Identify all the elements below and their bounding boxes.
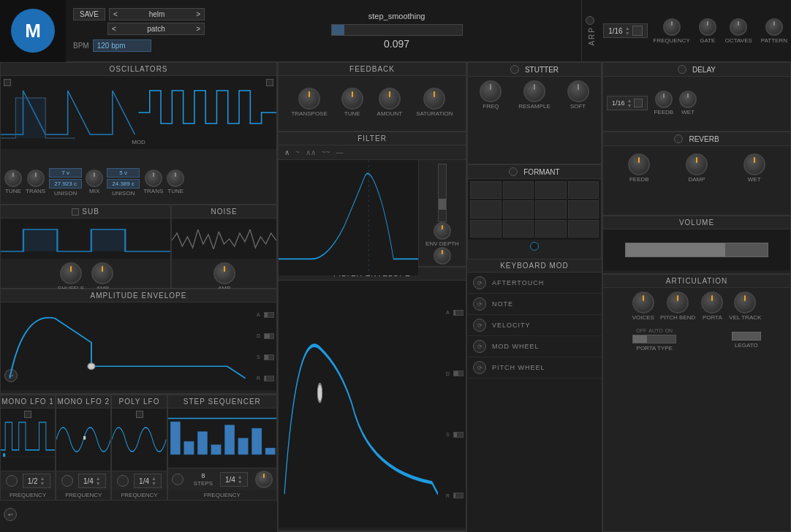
filter-type-hp[interactable]: ∧∧ (306, 148, 316, 156)
filter-type-lp[interactable]: ∧ (284, 148, 289, 156)
step-seq-knob[interactable] (255, 471, 273, 488)
feedback-transpose-knob[interactable] (298, 88, 320, 110)
lfo1-power[interactable] (6, 475, 18, 487)
reverb-feedb-knob[interactable] (628, 153, 650, 175)
svg-rect-4 (170, 422, 181, 455)
poly-lfo-checkbox[interactable] (136, 411, 143, 418)
arp-freq-display[interactable]: 1/16 ▲▼ (603, 23, 647, 38)
lfo2-power[interactable] (61, 475, 73, 487)
legato-slider[interactable] (732, 332, 761, 341)
kbd-mod-aftertouch-icon[interactable]: ⟳ (473, 276, 486, 289)
arp-freq-arrows[interactable]: ▲▼ (625, 26, 630, 36)
lfo1-freq-value: 1/2 (28, 477, 38, 485)
osc-trans2-knob[interactable] (145, 170, 162, 187)
kbd-mod-velocity-icon[interactable]: ⟳ (473, 319, 486, 332)
filter-env-r-slider[interactable] (453, 493, 463, 498)
osc-trans2-label: TRANS (143, 188, 163, 194)
bpm-input[interactable]: 120 bpm (93, 39, 151, 52)
preset-parent-next[interactable]: > (196, 10, 200, 18)
delay-freq-display[interactable]: 1/16 ▲▼ (607, 96, 648, 110)
kbd-mod-pitch-icon[interactable]: ⟳ (473, 361, 486, 374)
poly-lfo-power[interactable] (117, 475, 129, 487)
lfo1-freq-display[interactable]: 1/2 ▲▼ (23, 474, 50, 488)
sub-amp-knob[interactable] (91, 262, 113, 284)
kbd-mod-wheel-icon[interactable]: ⟳ (473, 340, 486, 353)
osc-tune-knob[interactable] (4, 170, 22, 187)
delay-feedb-knob[interactable] (655, 91, 673, 108)
filter-env-s-slider[interactable] (453, 432, 463, 438)
stutter-freq-knob[interactable] (480, 80, 502, 102)
arp-pattern-label: PATTERN (761, 37, 787, 44)
amp-env-a-slider[interactable] (264, 312, 274, 318)
noise-amp-knob[interactable] (213, 262, 235, 284)
formant-power-btn[interactable] (509, 167, 518, 176)
poly-lfo-freq-display[interactable]: 1/4 ▲▼ (134, 474, 162, 488)
stutter-resample-knob[interactable] (523, 80, 545, 102)
reverb-wet-knob[interactable] (743, 153, 765, 175)
kbd-mod-note-icon[interactable]: ⟳ (473, 297, 486, 311)
save-button[interactable]: SAVE (73, 8, 105, 20)
reverb-power-btn[interactable] (674, 134, 683, 143)
step-smoothing-bar[interactable] (331, 24, 463, 36)
preset-parent-prev[interactable]: < (113, 10, 118, 18)
reverb-damp-knob[interactable] (686, 153, 708, 175)
filter-key-track-knob[interactable] (434, 247, 451, 265)
formant-position-indicator[interactable] (530, 242, 539, 251)
osc-checkbox-2[interactable] (266, 79, 273, 86)
osc-checkbox-1[interactable] (4, 79, 11, 86)
preset-parent-nav[interactable]: < helm > (109, 8, 205, 20)
preset-name-nav[interactable]: < patch > (107, 23, 205, 35)
filter-env-depth-knob[interactable] (434, 222, 451, 240)
volume-display (603, 229, 790, 270)
volume-slider[interactable] (625, 243, 769, 257)
feedback-saturation-knob[interactable] (423, 88, 445, 110)
preset-next[interactable]: > (196, 25, 200, 33)
kbd-note-label: NOTE (492, 300, 513, 308)
filter-env-a-slider[interactable] (453, 310, 463, 316)
filter-type-bp[interactable]: ~ (295, 148, 300, 156)
amp-env-d-slider[interactable] (264, 333, 274, 339)
arp-pattern-knob[interactable] (765, 18, 783, 36)
amp-env-s-slider[interactable] (264, 354, 274, 360)
step-seq-freq-value: 1/4 (225, 476, 235, 484)
step-seq-freq-display[interactable]: 1/4 ▲▼ (220, 472, 248, 487)
logo-letter: M (25, 20, 41, 42)
step-seq-power[interactable] (172, 474, 183, 485)
svg-rect-7 (211, 445, 221, 455)
artic-porta-knob[interactable] (701, 292, 723, 314)
arp-power-btn[interactable] (586, 16, 594, 25)
bpm-label: BPM (73, 42, 89, 50)
lfo2-freq-display[interactable]: 1/4 ▲▼ (78, 474, 106, 488)
porta-type-slider[interactable] (632, 335, 676, 343)
artic-voices-label: VOICES (632, 314, 654, 321)
lfo1-checkbox[interactable] (24, 411, 31, 418)
feedback-tune-knob[interactable] (341, 88, 363, 110)
filter-envelope-display: ↩ A (279, 281, 466, 528)
artic-pitch-bend-knob[interactable] (667, 292, 689, 314)
filter-env-icon[interactable]: ↩ (4, 508, 17, 521)
filter-type-notch[interactable]: ~~ (322, 148, 330, 156)
osc-mix-knob[interactable] (86, 170, 103, 187)
sub-shuffle-knob[interactable] (60, 262, 82, 284)
filter-env-d-slider[interactable] (453, 370, 463, 376)
sub-checkbox[interactable] (72, 208, 79, 216)
arp-octaves-knob[interactable] (730, 18, 747, 36)
arp-frequency-knob[interactable] (663, 18, 681, 36)
stutter-knobs: FREQ RESAMPLE SOFT (468, 77, 601, 113)
osc-tune2-knob[interactable] (167, 170, 184, 187)
stutter-power-btn[interactable] (510, 65, 519, 74)
artic-vel-track-knob[interactable] (734, 292, 756, 314)
filter-cutoff-slider[interactable] (438, 164, 447, 222)
stutter-soft-knob[interactable] (567, 80, 589, 102)
osc-trans-knob[interactable] (27, 170, 45, 187)
artic-voices-knob[interactable] (632, 292, 654, 314)
arp-gate-knob[interactable] (699, 18, 716, 36)
filter-type-flat[interactable]: — (336, 148, 344, 156)
amp-env-r-slider[interactable] (264, 376, 274, 381)
step-seq-steps-label: STEPS (194, 480, 213, 487)
feedback-amount-knob[interactable] (379, 88, 401, 110)
preset-prev[interactable]: < (112, 25, 116, 33)
step-smoothing-area: step_smoothing 0.097 (212, 4, 581, 57)
delay-power-btn[interactable] (678, 65, 686, 74)
delay-wet-knob[interactable] (679, 91, 697, 108)
